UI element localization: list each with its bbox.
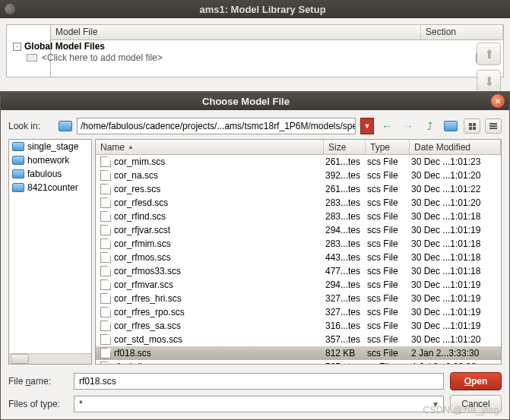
file-date: 2 Jan 2...3:33:30: [408, 348, 499, 358]
file-name: cor_rfmim.scs: [114, 238, 171, 249]
file-date: 30 Dec ...1:01:18: [408, 211, 499, 222]
place-label: single_stage: [27, 141, 78, 152]
file-size: 283...tes: [322, 238, 364, 249]
col-name[interactable]: Name▲: [96, 140, 324, 154]
file-name: cor_rfjvar.scst: [114, 225, 170, 235]
file-date: 30 Dec ...1:01:23: [408, 156, 499, 167]
file-date: 30 Dec ...1:01:18: [408, 252, 499, 263]
file-list[interactable]: cor_mim.scs261...tesscs File30 Dec ...1:…: [96, 155, 501, 364]
place-item[interactable]: fabulous: [9, 167, 91, 181]
nav-forward-icon: →: [400, 118, 417, 134]
place-item[interactable]: homework: [9, 153, 91, 167]
tree-root-row[interactable]: - Global Model Files: [10, 40, 503, 52]
open-button[interactable]: Open: [450, 372, 502, 390]
filetype-combo[interactable]: *▾: [74, 396, 444, 412]
file-icon: [100, 238, 111, 249]
file-row[interactable]: cor_rfmos33.scs477...tesscs File30 Dec .…: [96, 264, 501, 278]
file-icon: [100, 252, 111, 263]
new-folder-icon[interactable]: [442, 118, 459, 134]
col-size[interactable]: Size: [324, 140, 366, 154]
file-icon: [100, 307, 111, 317]
file-size: 294...tes: [322, 279, 364, 290]
file-size: 357...tes: [322, 334, 364, 345]
file-row[interactable]: cor_rfmos.scs443...tesscs File30 Dec ...…: [96, 251, 501, 264]
file-row[interactable]: cor_rfjvar.scst294...tesscs File30 Dec .…: [96, 223, 501, 237]
file-size: 261...tes: [322, 156, 364, 167]
file-type: scs File: [364, 184, 408, 194]
add-model-row[interactable]: <Click here to add model file> ...: [10, 52, 503, 63]
file-row[interactable]: cor_rfesd.scs283...tesscs File30 Dec ...…: [96, 196, 501, 210]
file-size: 327...tes: [322, 293, 364, 304]
file-row[interactable]: cor_rfind.scs283...tesscs File30 Dec ...…: [96, 210, 501, 223]
file-icon: [100, 362, 111, 364]
file-size: 443...tes: [322, 252, 364, 263]
place-item[interactable]: 8421counter: [9, 181, 91, 194]
move-down-button[interactable]: ⬇: [477, 70, 501, 93]
file-row[interactable]: cor_res.scs261...tesscs File30 Dec ...1:…: [96, 182, 501, 196]
path-dropdown-icon[interactable]: ▼: [360, 118, 374, 134]
file-size: 505...tes: [322, 362, 364, 364]
place-label: fabulous: [27, 169, 62, 179]
file-type: scs File: [364, 279, 408, 290]
file-date: 30 Dec ...1:01:19: [408, 225, 499, 235]
file-date: 30 Dec ...1:01:19: [408, 307, 499, 317]
view-icons-button[interactable]: [464, 118, 480, 134]
file-icon: [100, 266, 111, 276]
file-row[interactable]: cor_rfres_hri.scs327...tesscs File30 Dec…: [96, 292, 501, 305]
path-input[interactable]: /home/fabulous/cadence/projects/...ams/t…: [77, 118, 356, 134]
file-row[interactable]: cor_std_mos.scs357...tesscs File30 Dec .…: [96, 333, 501, 346]
mls-table: Model File Section - Global Model Files …: [6, 24, 504, 77]
file-row[interactable]: cor_rfres_sa.scs316...tesscs File30 Dec …: [96, 319, 501, 333]
nav-back-icon[interactable]: ←: [379, 118, 395, 134]
file-type: scs File: [364, 334, 408, 345]
filename-label: File name:: [8, 376, 68, 387]
file-date: 30 Dec ...1:01:19: [408, 321, 499, 331]
main-title: ams1: Model Library Setup: [15, 4, 510, 15]
file-type: scs File: [364, 170, 408, 181]
places-scrollbar[interactable]: [9, 353, 91, 364]
file-row[interactable]: rf_ahdl.va505...tesva File4 Jul 2...6:20…: [96, 360, 501, 364]
file-date: 30 Dec ...1:01:20: [408, 197, 499, 208]
file-name: cor_rfres_sa.scs: [114, 321, 181, 331]
file-row[interactable]: cor_rfres_rpo.scs327...tesscs File30 Dec…: [96, 305, 501, 319]
file-type: scs File: [364, 252, 408, 263]
dialog-close-icon[interactable]: ✕: [491, 94, 505, 108]
view-list-button[interactable]: [485, 118, 502, 134]
file-row[interactable]: cor_mim.scs261...tesscs File30 Dec ...1:…: [96, 155, 501, 169]
file-row[interactable]: rf018.scs812 KBscs File2 Jan 2...3:33:30: [96, 346, 501, 360]
place-item[interactable]: single_stage: [9, 140, 91, 153]
file-icon: [100, 293, 111, 304]
dialog-titlebar: Choose Model File ✕: [1, 92, 509, 110]
file-type: scs File: [364, 293, 408, 304]
filetype-label: Files of type:: [8, 399, 68, 409]
file-icon: [100, 156, 111, 167]
move-up-button[interactable]: ⬆: [477, 43, 501, 65]
file-date: 30 Dec ...1:01:22: [408, 184, 499, 194]
file-type: scs File: [364, 348, 408, 358]
file-type: scs File: [364, 225, 408, 235]
file-name: cor_na.scs: [114, 170, 158, 181]
tree-collapse-icon[interactable]: -: [13, 43, 21, 51]
col-model-file[interactable]: Model File: [51, 25, 421, 39]
file-row[interactable]: cor_rfmvar.scs294...tesscs File30 Dec ..…: [96, 278, 501, 292]
file-name: cor_rfres_hri.scs: [114, 293, 182, 304]
file-name: cor_rfind.scs: [114, 211, 166, 222]
nav-up-icon[interactable]: ⤴: [421, 118, 438, 134]
col-section[interactable]: Section: [421, 25, 503, 39]
file-name: cor_mim.scs: [114, 156, 165, 167]
file-name: cor_res.scs: [114, 184, 160, 194]
col-date[interactable]: Date Modified: [410, 140, 501, 154]
file-icon: [100, 321, 111, 331]
file-date: 30 Dec ...1:01:20: [408, 334, 499, 345]
col-type[interactable]: Type: [366, 140, 410, 154]
file-row[interactable]: cor_rfmim.scs283...tesscs File30 Dec ...…: [96, 237, 501, 251]
close-icon[interactable]: [5, 4, 15, 14]
file-date: 30 Dec ...1:01:20: [408, 170, 499, 181]
filename-input[interactable]: [74, 373, 444, 390]
file-row[interactable]: cor_na.scs392...tesscs File30 Dec ...1:0…: [96, 169, 501, 182]
checkbox-icon[interactable]: [27, 54, 37, 62]
file-type: scs File: [364, 307, 408, 317]
file-size: 283...tes: [322, 211, 364, 222]
folder-icon: [12, 183, 24, 192]
places-pane: single_stagehomeworkfabulous8421counter: [8, 139, 92, 365]
